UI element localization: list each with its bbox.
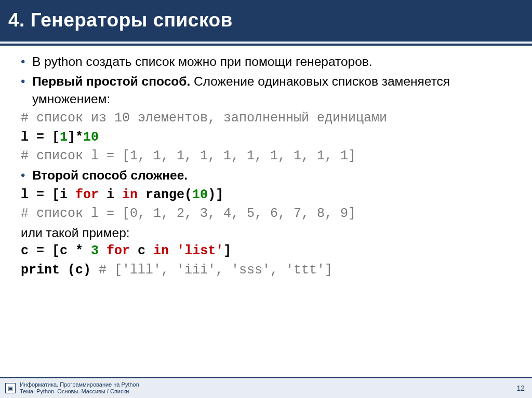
slide-footer: ▣ Информатика. Программирование на Pytho…	[0, 377, 532, 398]
code-line: l = [1]*10	[21, 129, 517, 147]
footer-line1: Информатика. Программирование на Python	[20, 381, 139, 388]
code-comment: # список из 10 элементов, заполненный ед…	[21, 109, 517, 128]
code-text: range(	[138, 187, 192, 202]
bullet-text: В python создать список можно при помощи…	[32, 54, 373, 68]
slide: 4. Генераторы списков В python создать с…	[0, 0, 532, 398]
code-text: c = [c *	[21, 243, 91, 258]
code-number: 10	[192, 187, 208, 202]
code-comment: # список l = [1, 1, 1, 1, 1, 1, 1, 1, 1,…	[21, 147, 517, 166]
code-keyword: in	[153, 243, 169, 258]
code-text: l = [	[21, 130, 60, 145]
plain-text: или такой пример:	[21, 224, 517, 242]
code-comment-inline: # ['lll', 'iii', 'sss', 'ttt']	[99, 263, 332, 278]
bullet-item: Второй способ сложнее.	[21, 167, 517, 184]
code-line: l = [i for i in range(10)]	[21, 186, 517, 204]
code-string: 'list'	[177, 243, 223, 258]
code-text	[169, 243, 177, 258]
bullet-bold: Первый простой способ.	[32, 74, 190, 88]
footer-logo-icon: ▣	[5, 383, 16, 393]
code-text: ]*	[68, 130, 83, 145]
footer-line2: Тема: Python. Основы. Массивы / Списки	[20, 388, 139, 395]
code-line: c = [c * 3 for c in 'list']	[21, 242, 517, 260]
slide-content: В python создать список можно при помощи…	[0, 46, 532, 377]
code-keyword: for	[75, 187, 99, 202]
code-number: 3	[91, 243, 99, 258]
code-text: l = [i	[21, 187, 75, 202]
slide-title: 4. Генераторы списков	[8, 9, 524, 31]
code-line: print (c) # ['lll', 'iii', 'sss', 'ttt']	[21, 262, 517, 280]
code-number: 1	[60, 130, 68, 145]
code-comment: # список l = [0, 1, 2, 3, 4, 5, 6, 7, 8,…	[21, 205, 517, 223]
bullet-bold: Второй способ сложнее.	[32, 168, 188, 182]
code-text	[99, 243, 107, 258]
code-keyword: in	[122, 187, 138, 202]
code-text: print (c)	[21, 263, 99, 278]
code-number: 10	[83, 130, 99, 145]
slide-header: 4. Генераторы списков	[0, 0, 532, 42]
code-text: ]	[223, 243, 231, 258]
page-number: 12	[516, 384, 525, 392]
code-keyword: for	[107, 243, 130, 258]
code-text: i	[99, 187, 122, 202]
code-text: )]	[208, 187, 223, 202]
code-text: c	[130, 243, 153, 258]
bullet-item: В python создать список можно при помощи…	[21, 53, 517, 71]
bullet-item: Первый простой способ. Сложение одинаков…	[21, 73, 517, 108]
footer-text: Информатика. Программирование на Python …	[20, 381, 139, 395]
